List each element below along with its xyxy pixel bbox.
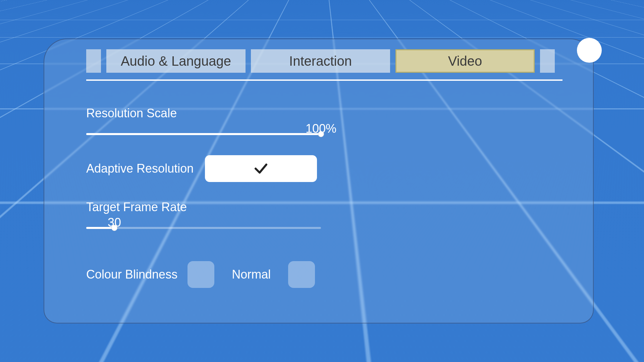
- tab-video[interactable]: Video: [395, 49, 535, 73]
- setting-colour-blindness: Colour Blindness Normal: [86, 261, 562, 288]
- colour-blindness-prev-button[interactable]: [187, 261, 214, 288]
- tab-label: Video: [448, 54, 482, 69]
- slider-value: 30: [108, 216, 121, 230]
- colour-blindness-value: Normal: [224, 267, 278, 282]
- tab-label: Audio & Language: [121, 54, 231, 69]
- tabs-bar: Audio & Language Interaction Video: [86, 49, 562, 81]
- checkmark-icon: [253, 161, 269, 177]
- resolution-scale-slider[interactable]: 100%: [86, 125, 321, 137]
- setting-label: Colour Blindness: [86, 267, 177, 282]
- target-frame-rate-slider[interactable]: 30: [86, 219, 321, 231]
- setting-target-frame-rate: Target Frame Rate 30: [86, 200, 562, 231]
- colour-blindness-next-button[interactable]: [288, 261, 315, 288]
- adaptive-resolution-checkbox[interactable]: [205, 155, 317, 182]
- settings-body: Resolution Scale 100% Adaptive Resolutio…: [86, 106, 562, 306]
- close-button[interactable]: [577, 38, 602, 63]
- tab-audio-language[interactable]: Audio & Language: [106, 49, 246, 73]
- slider-track: [86, 227, 321, 229]
- tab-label: Interaction: [289, 54, 352, 69]
- setting-resolution-scale: Resolution Scale 100%: [86, 106, 562, 137]
- tab-scroll-left[interactable]: [86, 49, 101, 73]
- tab-scroll-right[interactable]: [540, 49, 555, 73]
- setting-adaptive-resolution: Adaptive Resolution: [86, 155, 562, 182]
- tab-interaction[interactable]: Interaction: [251, 49, 390, 73]
- slider-fill: [86, 133, 321, 135]
- setting-label: Resolution Scale: [86, 106, 562, 120]
- setting-label: Adaptive Resolution: [86, 162, 194, 176]
- settings-panel: Audio & Language Interaction Video Resol…: [44, 39, 594, 323]
- setting-label: Target Frame Rate: [86, 200, 562, 214]
- slider-value: 100%: [306, 122, 336, 136]
